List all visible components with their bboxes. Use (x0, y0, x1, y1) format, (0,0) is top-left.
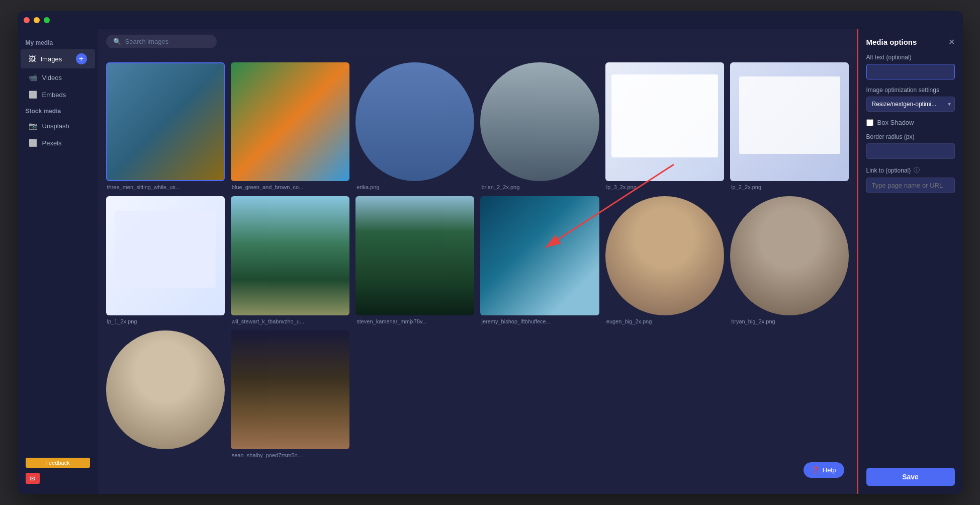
media-item[interactable]: jeremy_bishop_iftbhuffece... (480, 196, 599, 324)
media-item-name: steven_kamenar_mmjx78v... (355, 318, 474, 324)
videos-icon: 📹 (29, 73, 37, 81)
minimize-button[interactable] (34, 17, 40, 23)
box-shadow-label[interactable]: Box Shadow (877, 119, 914, 126)
media-item[interactable]: erika.png (355, 62, 474, 190)
sidebar-item-embeds[interactable]: ⬜ Embeds (21, 87, 95, 103)
media-item[interactable]: three_men_sitting_while_us... (106, 62, 225, 190)
media-thumbnail (605, 196, 724, 315)
search-icon: 🔍 (113, 38, 121, 45)
link-to-section: Link to (optional) ⓘ (866, 166, 955, 193)
media-item-name: lp_1_2x.png (106, 318, 225, 324)
search-bar[interactable]: 🔍 (106, 35, 217, 48)
media-item-name: wil_stewart_k_tbabnvzho_u... (231, 318, 349, 324)
sidebar-embeds-label: Embeds (42, 91, 66, 99)
pexels-icon: ⬜ (29, 139, 37, 147)
alt-text-label: Alt text (optional) (866, 54, 955, 61)
media-thumbnail (106, 62, 225, 181)
media-item[interactable]: eugen_big_2x.png (605, 196, 724, 324)
media-item[interactable]: sean_shalby_poed7zsm5n... (231, 330, 349, 458)
media-thumbnail (480, 196, 599, 315)
media-item-name: lp_2_2x.png (730, 184, 849, 190)
media-thumbnail (730, 196, 849, 315)
media-item-name: jeremy_bishop_iftbhuffece... (480, 318, 599, 324)
email-icon[interactable]: ✉ (26, 473, 40, 484)
panel-title: Media options (866, 38, 917, 46)
media-thumbnail (355, 196, 474, 315)
close-button[interactable] (24, 17, 30, 23)
media-item[interactable]: blue_green_and_brown_co... (231, 62, 349, 190)
image-optimization-select[interactable]: Resize/nextgen-optimi... None Resize onl… (866, 97, 955, 112)
images-icon: 🖼 (29, 55, 36, 63)
media-item[interactable]: bryan_big_2x.png (730, 196, 849, 324)
app-window: My media 🖼 Images + 📹 Videos ⬜ Embeds St… (18, 11, 963, 494)
alt-text-input[interactable] (866, 64, 955, 79)
link-info-icon[interactable]: ⓘ (914, 166, 920, 175)
media-thumbnail (605, 62, 724, 181)
help-icon: ❓ (812, 466, 820, 474)
image-optimization-wrapper: Resize/nextgen-optimi... None Resize onl… (866, 97, 955, 112)
media-item-name: lp_3_2x.png (605, 184, 724, 190)
media-item[interactable]: lp_2_2x.png (730, 62, 849, 190)
search-input[interactable] (125, 38, 210, 45)
sidebar-item-pexels[interactable]: ⬜ Pexels (21, 135, 95, 151)
media-item-name: three_men_sitting_while_us... (106, 184, 225, 190)
media-thumbnail (106, 196, 225, 315)
content-area: 🔍 three_men_sitting_while_us... blue_gre… (98, 29, 857, 494)
border-radius-label: Border radius (px) (866, 133, 955, 140)
image-optimization-section: Image optimization settings Resize/nextg… (866, 87, 955, 112)
embeds-icon: ⬜ (29, 91, 37, 99)
media-thumbnail (231, 196, 349, 315)
my-media-title: My media (18, 35, 98, 48)
media-item-name: eugen_big_2x.png (605, 318, 724, 324)
maximize-button[interactable] (44, 17, 50, 23)
media-item-name: sean_shalby_poed7zsm5n... (231, 452, 349, 458)
box-shadow-section: Box Shadow (866, 119, 955, 126)
media-item-name: erika.png (355, 184, 474, 190)
panel-close-button[interactable]: ✕ (948, 37, 955, 47)
media-item-name: brian_2_2x.png (480, 184, 599, 190)
media-grid: three_men_sitting_while_us... blue_green… (98, 54, 857, 494)
sidebar-unsplash-label: Unsplash (42, 122, 69, 130)
media-thumbnail (355, 62, 474, 181)
border-radius-section: Border radius (px) (866, 133, 955, 159)
sidebar-pexels-label: Pexels (42, 139, 62, 147)
sidebar-images-label: Images (41, 55, 62, 63)
image-optimization-label: Image optimization settings (866, 87, 955, 94)
sidebar-item-videos[interactable]: 📹 Videos (21, 69, 95, 86)
media-item[interactable] (106, 330, 225, 458)
add-images-button[interactable]: + (76, 53, 87, 64)
sidebar: My media 🖼 Images + 📹 Videos ⬜ Embeds St… (18, 29, 98, 494)
sidebar-videos-label: Videos (42, 74, 62, 81)
toolbar: 🔍 (98, 29, 857, 54)
title-bar (18, 11, 963, 29)
media-thumbnail (231, 330, 349, 449)
feedback-tab[interactable]: Feedback (26, 458, 90, 468)
media-item[interactable]: brian_2_2x.png (480, 62, 599, 190)
media-item[interactable]: lp_1_2x.png (106, 196, 225, 324)
sidebar-item-images[interactable]: 🖼 Images + (21, 49, 95, 68)
media-thumbnail (231, 62, 349, 181)
media-thumbnail (730, 62, 849, 181)
media-item[interactable]: steven_kamenar_mmjx78v... (355, 196, 474, 324)
box-shadow-checkbox[interactable] (866, 119, 873, 126)
stock-media-title: Stock media (18, 104, 98, 117)
unsplash-icon: 📷 (29, 122, 37, 130)
help-label: Help (823, 466, 836, 474)
media-options-panel: Media options ✕ Alt text (optional) Imag… (857, 29, 963, 494)
media-thumbnail (106, 330, 225, 449)
sidebar-item-unsplash[interactable]: 📷 Unsplash (21, 118, 95, 134)
media-item[interactable]: lp_3_2x.png (605, 62, 724, 190)
link-to-label: Link to (optional) (866, 167, 911, 174)
save-button[interactable]: Save (866, 468, 955, 486)
media-item-name: blue_green_and_brown_co... (231, 184, 349, 190)
media-item-name: bryan_big_2x.png (730, 318, 849, 324)
border-radius-input[interactable] (866, 143, 955, 159)
media-item[interactable]: wil_stewart_k_tbabnvzho_u... (231, 196, 349, 324)
media-thumbnail (480, 62, 599, 181)
alt-text-section: Alt text (optional) (866, 54, 955, 79)
link-to-input[interactable] (866, 178, 955, 193)
